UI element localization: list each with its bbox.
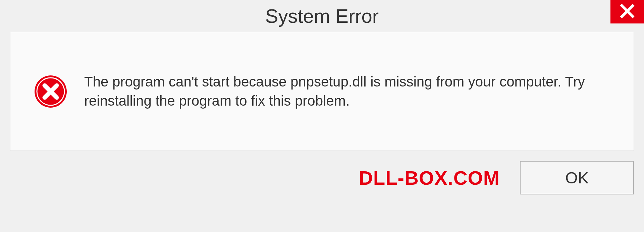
close-icon [620,4,635,20]
ok-button[interactable]: OK [520,161,634,194]
footer: DLL-BOX.COM OK [10,161,634,194]
titlebar: System Error [0,0,644,32]
error-icon [34,75,67,108]
message-panel: The program can't start because pnpsetup… [10,32,634,151]
watermark-text: DLL-BOX.COM [359,167,500,189]
dialog-title: System Error [265,5,379,27]
error-message: The program can't start because pnpsetup… [84,72,610,110]
close-button[interactable] [610,0,644,23]
